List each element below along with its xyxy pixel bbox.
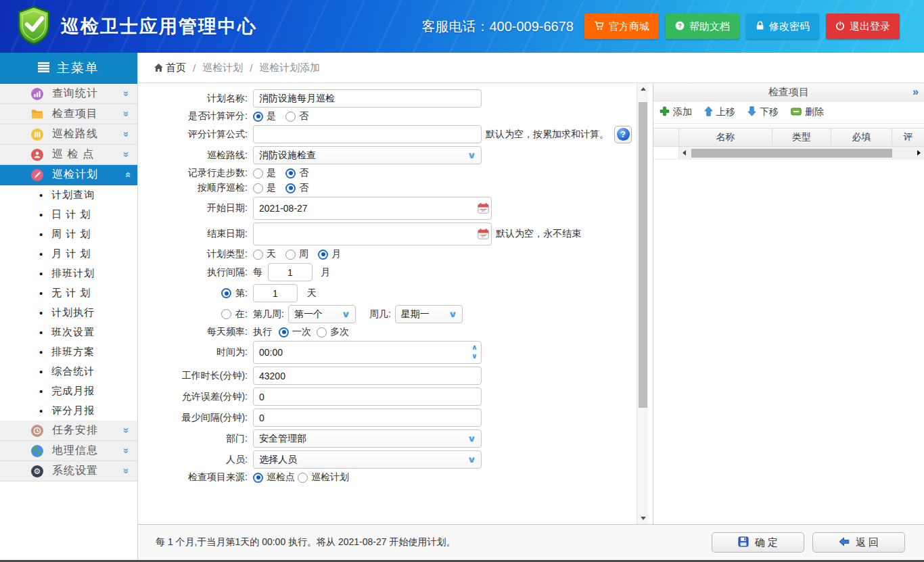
- min-interval-input[interactable]: [253, 408, 482, 427]
- sidebar-subitem-score-report[interactable]: •评分月报: [0, 401, 137, 421]
- sidebar-subitem-plan-query[interactable]: •计划查询: [0, 185, 137, 205]
- sidebar-item-label: 巡检路线: [52, 127, 98, 141]
- change-password-button[interactable]: 修改密码: [746, 14, 819, 39]
- official-shop-button[interactable]: 官方商城: [584, 14, 659, 39]
- column-header-type[interactable]: 类型: [772, 128, 831, 146]
- calendar-icon[interactable]: 17: [478, 203, 489, 214]
- sidebar-subitem-no-plan[interactable]: •无 计 划: [0, 283, 137, 303]
- formula-help-button[interactable]: ?: [614, 126, 632, 143]
- form-row: 执行间隔: 每 月: [138, 263, 637, 281]
- sidebar-item-settings[interactable]: ⚙ 系统设置 »: [0, 461, 137, 482]
- freq-multi-radio[interactable]: [317, 327, 327, 337]
- scroll-right-arrow[interactable]: [917, 150, 921, 156]
- freq-once-radio[interactable]: [279, 327, 289, 337]
- form-vertical-scrollbar[interactable]: [637, 83, 648, 524]
- app-window: 巡检卫士应用管理中心 客服电话：400-009-6678 官方商城 ? 帮助文档: [0, 0, 924, 562]
- calendar-icon[interactable]: 17: [478, 229, 489, 239]
- in-order-yes-radio[interactable]: [253, 183, 263, 193]
- department-select[interactable]: 安全管理部 ∨: [253, 429, 482, 448]
- sidebar-item-plans[interactable]: 巡检计划 »: [0, 165, 137, 185]
- sidebar-subitem-shift-scheme[interactable]: •排班方案: [0, 342, 137, 362]
- radio-label: 月: [331, 248, 341, 260]
- end-date-input[interactable]: [253, 223, 492, 245]
- sidebar-item-tasks[interactable]: 任务安排 »: [0, 421, 137, 441]
- sidebar-item-query-stats[interactable]: 查询统计 »: [0, 84, 137, 104]
- sidebar-subitem-综合统计[interactable]: •综合统计: [0, 362, 137, 381]
- record-steps-label: 记录行走步数:: [138, 167, 253, 179]
- plan-type-day-radio[interactable]: [253, 250, 263, 260]
- sidebar-subitem-shift-settings[interactable]: •班次设置: [0, 323, 137, 342]
- spinner-down-icon[interactable]: ∨: [471, 352, 478, 360]
- sidebar-item-geo[interactable]: 地理信息 »: [0, 441, 137, 461]
- breadcrumb-item[interactable]: 巡检计划: [202, 62, 243, 74]
- scrollbar-track[interactable]: [679, 147, 924, 159]
- radio-label: 多次: [330, 326, 349, 338]
- source-plan-radio[interactable]: [298, 473, 308, 483]
- chevron-down-icon: ∨: [342, 309, 351, 319]
- calc-score-yes-radio[interactable]: [253, 112, 263, 122]
- sidebar-subitem-day-plan[interactable]: •日 计 划: [0, 205, 137, 225]
- record-steps-yes-radio[interactable]: [253, 168, 263, 179]
- sidebar-item-routes[interactable]: 巡检路线 »: [0, 124, 137, 145]
- route-select[interactable]: 消防设施检查 ∨: [253, 146, 482, 164]
- calc-score-no-radio[interactable]: [285, 112, 296, 122]
- move-up-icon: [704, 106, 713, 118]
- column-header-score[interactable]: 评: [892, 128, 924, 146]
- in-order-no-radio[interactable]: [285, 183, 296, 193]
- plan-name-input[interactable]: [253, 89, 482, 108]
- move-up-button[interactable]: 上移: [704, 106, 735, 118]
- work-duration-input[interactable]: [253, 367, 482, 385]
- which-week-select[interactable]: 第一个 ∨: [288, 305, 356, 323]
- spinner-up-icon[interactable]: ∧: [471, 343, 478, 352]
- daily-freq-prefix: 执行: [253, 326, 272, 338]
- sidebar-subitem-plan-exec[interactable]: •计划执行: [0, 303, 137, 323]
- weekday-select[interactable]: 星期一 ∨: [395, 305, 463, 323]
- week-option-radio[interactable]: [221, 309, 231, 319]
- scroll-down-arrow[interactable]: [637, 513, 649, 524]
- column-header-name[interactable]: 名称: [679, 128, 772, 146]
- time-spinner[interactable]: ∧∨: [471, 343, 478, 360]
- time-input[interactable]: [253, 341, 482, 364]
- sidebar-item-label: 地理信息: [52, 444, 98, 458]
- move-down-button[interactable]: 下移: [747, 106, 779, 118]
- plan-type-month-radio[interactable]: [318, 250, 328, 260]
- question-icon: ?: [675, 21, 685, 32]
- scrollbar-thumb[interactable]: [691, 149, 892, 158]
- score-formula-input[interactable]: [253, 125, 482, 143]
- sidebar-subitem-completion-report[interactable]: •完成月报: [0, 381, 137, 401]
- scroll-up-arrow[interactable]: [637, 83, 649, 95]
- add-item-button[interactable]: 添加: [660, 106, 692, 118]
- personnel-select[interactable]: 选择人员 ∨: [253, 450, 482, 469]
- sidebar-subitem-shift-plan[interactable]: •排班计划: [0, 264, 137, 283]
- back-button[interactable]: 返 回: [812, 532, 905, 553]
- day-number-input[interactable]: [253, 284, 298, 302]
- chevron-down-icon: »: [120, 448, 132, 453]
- start-date-input[interactable]: [253, 197, 492, 220]
- breadcrumb-home[interactable]: 首页: [154, 62, 186, 74]
- allow-error-input[interactable]: [253, 388, 482, 406]
- scroll-left-arrow[interactable]: [683, 150, 686, 156]
- sidebar: 主菜单 查询统计 » 检查项目 » 巡检路线 » 巡 检 点 » 巡检计划 » …: [0, 53, 138, 560]
- sidebar-item-points[interactable]: 巡 检 点 »: [0, 145, 137, 165]
- plan-type-week-radio[interactable]: [285, 250, 296, 260]
- delete-item-button[interactable]: 删除: [791, 106, 824, 118]
- interval-input[interactable]: [268, 263, 313, 281]
- app-title: 巡检卫士应用管理中心: [61, 14, 257, 39]
- plan-form: 计划名称: 是否计算评分: 是 否 评分计算公式: 默认为空，按累加求和计算。 …: [138, 83, 637, 524]
- help-docs-button[interactable]: ? 帮助文档: [666, 14, 739, 39]
- collapse-panel-icon[interactable]: »: [913, 86, 919, 98]
- confirm-button[interactable]: 确 定: [712, 532, 804, 553]
- form-row: 检查项目来源: 巡检点 巡检计划: [138, 471, 637, 484]
- logout-button[interactable]: 退出登录: [826, 14, 900, 39]
- sidebar-subitem-week-plan[interactable]: •周 计 划: [0, 225, 137, 244]
- subitem-label: 完成月报: [51, 385, 95, 398]
- source-point-radio[interactable]: [253, 473, 263, 483]
- form-row: 计划类型: 天 周 月: [138, 248, 637, 260]
- column-header-required[interactable]: 必填: [831, 128, 892, 146]
- sidebar-item-check-items[interactable]: 检查项目 »: [0, 104, 137, 124]
- day-option-radio[interactable]: [221, 288, 231, 298]
- scrollbar-thumb[interactable]: [639, 102, 647, 408]
- record-steps-no-radio[interactable]: [285, 168, 296, 179]
- start-date-field: 17: [253, 197, 492, 220]
- sidebar-subitem-month-plan[interactable]: •月 计 划: [0, 244, 137, 264]
